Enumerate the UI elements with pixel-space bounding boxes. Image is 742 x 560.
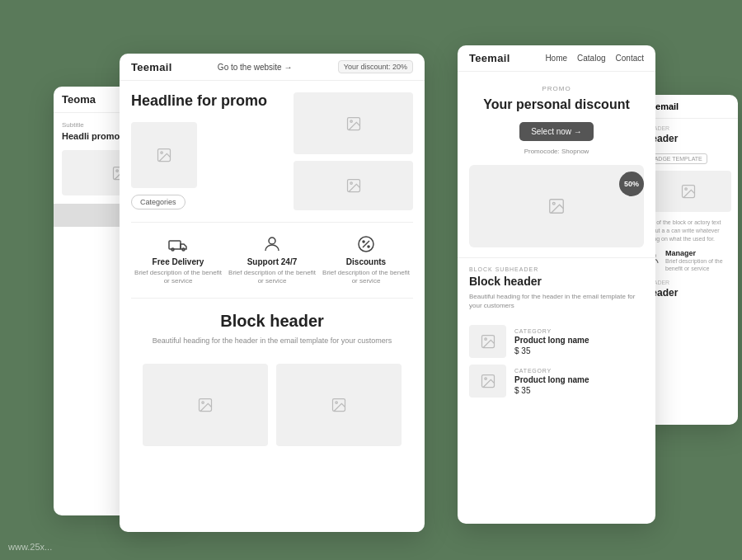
svg-point-1 — [116, 170, 119, 172]
manager-info: Manager Brief description of the benefit… — [665, 249, 731, 272]
svg-point-17 — [202, 402, 204, 404]
svg-point-27 — [685, 188, 688, 191]
right-promo-image — [469, 165, 644, 247]
right-header: Teemail Home Catalog Contact — [458, 45, 655, 72]
support-icon — [225, 234, 319, 254]
svg-point-3 — [161, 151, 163, 153]
card-right: Teemail Home Catalog Contact PROMO Your … — [458, 45, 655, 524]
svg-rect-8 — [169, 241, 181, 249]
product-1-category: CATEGORY — [514, 328, 644, 334]
product-1-info: CATEGORY Product long name $ 35 — [514, 328, 644, 355]
right-promo-label: PROMO — [469, 85, 644, 92]
svg-point-23 — [484, 338, 486, 341]
main-header: Teemail Go to the website → Your discoun… — [120, 54, 425, 81]
back-right-image — [646, 171, 731, 212]
right-product-list: CATEGORY Product long name $ 35 CATEGORY… — [458, 318, 655, 411]
feature-discounts: Discounts Brief description of the benef… — [319, 234, 413, 286]
back-right-text: tion of the block or actory text about a… — [646, 219, 731, 242]
main-bottom-image-1 — [143, 364, 268, 446]
card-main: Teemail Go to the website → Your discoun… — [120, 54, 425, 532]
main-features: Free Delivery Brief description of the b… — [131, 222, 413, 298]
main-hero-image-tall — [294, 92, 413, 154]
main-bottom-image-2 — [276, 364, 402, 446]
right-block-header: BLOCK SUBHEADER Block header Beautiful h… — [458, 257, 655, 318]
nav-home[interactable]: Home — [545, 54, 567, 63]
delivery-title: Free Delivery — [131, 257, 225, 266]
svg-point-25 — [484, 378, 486, 380]
main-block-subtext: Beautiful heading for the header in the … — [148, 336, 397, 346]
svg-point-7 — [350, 182, 352, 185]
right-subheader-label: BLOCK SUBHEADER — [469, 266, 644, 272]
back-right-section-title2: header — [646, 287, 731, 299]
svg-point-11 — [269, 238, 275, 244]
right-promo: PROMO Your personal discount Select now … — [458, 72, 655, 165]
back-right-manager: Manager Brief description of the benefit… — [646, 249, 731, 272]
product-item-2: CATEGORY Product long name $ 35 — [469, 365, 644, 398]
product-2-category: CATEGORY — [514, 368, 644, 374]
feature-support: Support 24/7 Brief description of the be… — [225, 234, 319, 286]
main-logo: Teemail — [131, 61, 172, 73]
main-hero-image-small — [131, 122, 197, 188]
manager-title: Manager — [665, 249, 731, 257]
back-right-header-label2: HEADER — [646, 280, 731, 285]
svg-point-21 — [552, 202, 555, 205]
right-nav: Home Catalog Contact — [545, 54, 644, 63]
support-title: Support 24/7 — [225, 257, 319, 266]
nav-contact[interactable]: Contact — [616, 54, 644, 63]
main-categories-btn[interactable]: Categories — [131, 195, 186, 209]
svg-point-19 — [336, 402, 338, 404]
back-right-header-label: HEADER — [646, 125, 731, 131]
product-1-image — [469, 325, 506, 358]
right-select-btn[interactable]: Select now → — [519, 122, 594, 141]
feature-delivery: Free Delivery Brief description of the b… — [131, 234, 225, 286]
main-discount-badge: Your discount: 20% — [338, 60, 413, 73]
discounts-desc: Brief description of the benefit or serv… — [319, 269, 413, 286]
svg-point-5 — [350, 120, 352, 122]
product-1-name: Product long name — [514, 336, 644, 345]
svg-point-15 — [368, 246, 369, 247]
main-nav-link[interactable]: Go to the website → — [218, 63, 293, 72]
product-2-price: $ 35 — [514, 386, 644, 395]
main-hero-headline: Headline for promo — [131, 92, 285, 111]
svg-point-14 — [363, 241, 364, 242]
product-2-image — [469, 365, 506, 398]
right-promo-img-container: 50% — [469, 165, 644, 247]
discounts-title: Discounts — [319, 257, 413, 266]
main-block-header: Block header Beautiful heading for the h… — [131, 298, 413, 356]
right-block-title: Block header — [469, 275, 644, 288]
product-item-1: CATEGORY Product long name $ 35 — [469, 325, 644, 358]
right-promo-code: Promocode: Shopnow — [469, 148, 644, 155]
main-bottom-images — [131, 355, 413, 454]
delivery-icon — [131, 234, 225, 254]
right-discount-circle: 50% — [619, 172, 644, 196]
main-block-header-title: Block header — [148, 312, 397, 331]
support-desc: Brief description of the benefit or serv… — [225, 269, 319, 286]
back-right-section-title: header — [646, 133, 731, 144]
watermark: www.25x... — [8, 542, 52, 552]
main-hero-images — [294, 92, 413, 210]
main-hero-section: Headline for promo Categories — [131, 92, 413, 210]
right-logo: Teemail — [469, 52, 510, 64]
delivery-desc: Brief description of the benefit or serv… — [131, 269, 225, 286]
manager-desc: Brief description of the benefit or serv… — [665, 257, 731, 272]
product-2-info: CATEGORY Product long name $ 35 — [514, 368, 644, 395]
right-promo-title: Your personal discount — [469, 97, 644, 112]
main-hero-text: Headline for promo Categories — [131, 92, 285, 210]
main-hero-image-short — [294, 161, 413, 210]
product-2-name: Product long name — [514, 375, 644, 384]
discounts-icon — [319, 234, 413, 254]
right-block-subtext: Beautiful heading for the header in the … — [469, 292, 644, 310]
nav-catalog[interactable]: Catalog — [577, 54, 605, 63]
product-1-price: $ 35 — [514, 346, 644, 355]
